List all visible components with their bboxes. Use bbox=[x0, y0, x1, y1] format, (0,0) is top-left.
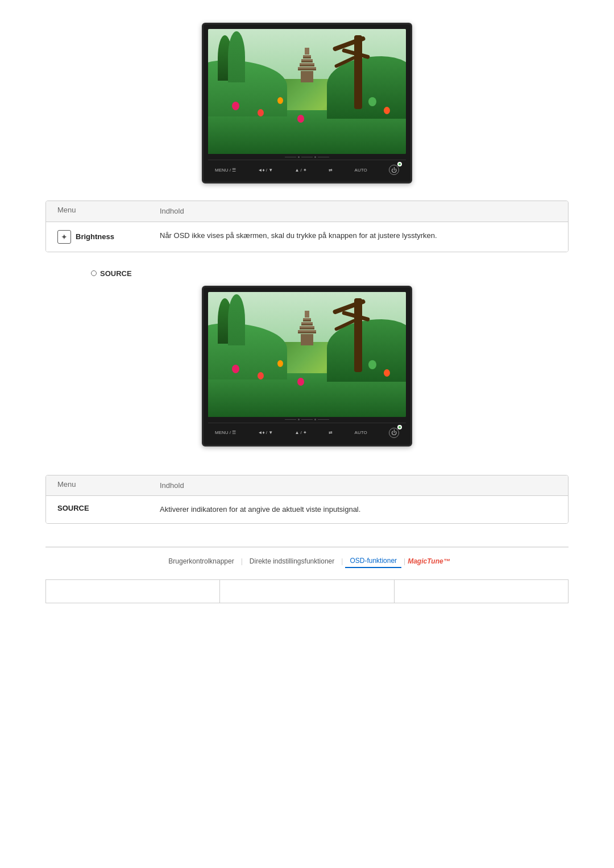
tab-direkte[interactable]: Direkte indstillingsfunktioner bbox=[245, 555, 339, 567]
header-menu-col: Menu bbox=[57, 206, 160, 217]
lantern-pink2 bbox=[297, 115, 304, 123]
lantern-pink-2 bbox=[232, 365, 239, 373]
ctrl-auto-label: AUTO bbox=[355, 168, 367, 173]
ctrl-swap-group: ⇄ bbox=[329, 168, 333, 173]
source-header-menu-col: Menu bbox=[57, 480, 160, 491]
main-tree-trunk bbox=[354, 35, 362, 109]
ind-line-2 bbox=[301, 157, 313, 157]
ctrl-swap-label: ⇄ bbox=[329, 168, 333, 173]
tree-left-bg2-2 bbox=[228, 294, 245, 345]
source-dot-icon bbox=[91, 270, 97, 276]
bottom-page-nav bbox=[45, 579, 569, 603]
source-section: SOURCE bbox=[45, 269, 569, 464]
tree-left-bg2 bbox=[228, 31, 245, 82]
nav-sep-1: | bbox=[241, 557, 243, 565]
monitor-1-indicator bbox=[208, 155, 406, 158]
pagoda2-tier-3 bbox=[301, 322, 313, 326]
lantern-red2 bbox=[384, 107, 390, 114]
ind-dot-2-2 bbox=[314, 419, 316, 420]
monitor-1-screen bbox=[208, 29, 406, 154]
main-tree-trunk-2 bbox=[354, 298, 362, 372]
source-label: SOURCE bbox=[91, 269, 569, 278]
ctrl-auto-label-2: AUTO bbox=[355, 430, 367, 435]
pagoda2-tier-2 bbox=[303, 318, 311, 322]
ind-dot-2 bbox=[314, 156, 316, 158]
power-button-2[interactable]: ⏻ bbox=[389, 428, 399, 438]
pagoda2-tier-4 bbox=[300, 326, 314, 329]
monitor-2-container: MENU / ☰ ◄♦ / ▼ ▲ / ✦ ⇄ AUTO ⏻ bbox=[45, 286, 569, 446]
pagoda-tier-3 bbox=[301, 59, 313, 62]
lantern-green-2 bbox=[368, 360, 376, 369]
monitor-2-screen bbox=[208, 292, 406, 417]
pagoda2-tier-5 bbox=[298, 330, 316, 333]
brightness-description: Når OSD ikke vises på skærmen, skal du t… bbox=[160, 230, 557, 241]
nav-sep-2: | bbox=[341, 557, 343, 565]
pagoda bbox=[298, 48, 316, 83]
power-button-1[interactable]: ⏻ bbox=[389, 165, 399, 175]
source-menu-col: SOURCE bbox=[57, 504, 160, 512]
monitor-1: MENU / ☰ ◄♦ / ▼ ▲ / ✦ ⇄ AUTO ⏻ bbox=[202, 23, 412, 183]
monitor-2-indicator bbox=[208, 418, 406, 422]
pagoda2-tier-6 bbox=[301, 334, 313, 345]
lantern-red bbox=[258, 109, 264, 116]
page-nav-prev[interactable] bbox=[46, 580, 220, 603]
tab-osd[interactable]: OSD-funktioner bbox=[345, 554, 401, 568]
ind-line-3-2 bbox=[318, 419, 329, 420]
source-table-header: Menu Indhold bbox=[46, 475, 568, 496]
source-label-text: SOURCE bbox=[100, 269, 132, 278]
pagoda-tier-4 bbox=[300, 63, 314, 66]
nav-tabs: Brugerkontrolknapper | Direkte indstilli… bbox=[45, 546, 569, 568]
ctrl-menu-label-2: MENU / ☰ bbox=[215, 430, 236, 435]
lantern-pink2-2 bbox=[297, 378, 304, 386]
ctrl-menu-group: MENU / ☰ bbox=[215, 168, 236, 173]
pagoda-tier-6 bbox=[301, 71, 313, 82]
lantern-red-2 bbox=[258, 372, 264, 379]
pagoda-tier-1 bbox=[305, 48, 309, 55]
ctrl-adjust-label-2: ◄♦ / ▼ bbox=[258, 430, 273, 435]
brightness-table-header: Menu Indhold bbox=[46, 201, 568, 222]
brightness-table-row: ✦ Brightness Når OSD ikke vises på skærm… bbox=[46, 222, 568, 252]
nav-brand: MagicTune™ bbox=[408, 557, 450, 565]
ctrl-adjust-group-2: ◄♦ / ▼ bbox=[258, 430, 273, 435]
monitor-2-controls: MENU / ☰ ◄♦ / ▼ ▲ / ✦ ⇄ AUTO ⏻ bbox=[208, 423, 406, 443]
brightness-label: Brightness bbox=[76, 232, 114, 241]
ctrl-adjust-label: ◄♦ / ▼ bbox=[258, 168, 273, 173]
ind-dot-1 bbox=[298, 156, 300, 158]
ctrl-swap-label-2: ⇄ bbox=[329, 430, 333, 435]
source-table: Menu Indhold SOURCE Aktiverer indikatore… bbox=[45, 475, 569, 524]
monitor-1-controls: MENU / ☰ ◄♦ / ▼ ▲ / ✦ ⇄ AUTO ⏻ bbox=[208, 160, 406, 180]
ind-line-1 bbox=[285, 157, 296, 157]
nav-sep-3: | bbox=[404, 557, 405, 565]
ind-line-1-2 bbox=[285, 419, 296, 420]
lantern-orange bbox=[277, 97, 283, 104]
brightness-icon: ✦ bbox=[57, 230, 71, 244]
power-led-1 bbox=[397, 162, 402, 166]
ctrl-auto-group-2: AUTO bbox=[355, 430, 367, 435]
ctrl-brightness-group: ▲ / ✦ bbox=[294, 168, 307, 173]
ctrl-auto-group: AUTO bbox=[355, 168, 367, 173]
page-wrapper: MENU / ☰ ◄♦ / ▼ ▲ / ✦ ⇄ AUTO ⏻ bbox=[0, 0, 614, 626]
page-nav-next[interactable] bbox=[395, 580, 568, 603]
pagoda2-tier-1 bbox=[305, 311, 309, 318]
monitor-2: MENU / ☰ ◄♦ / ▼ ▲ / ✦ ⇄ AUTO ⏻ bbox=[202, 286, 412, 446]
pagoda-2 bbox=[298, 311, 316, 346]
ctrl-menu-label: MENU / ☰ bbox=[215, 168, 236, 173]
lantern-orange-2 bbox=[277, 360, 283, 367]
tab-brugerkontrol[interactable]: Brugerkontrolknapper bbox=[164, 555, 238, 567]
source-menu-label: SOURCE bbox=[57, 504, 89, 512]
ind-line-2-2 bbox=[301, 419, 313, 420]
source-header-content-col: Indhold bbox=[160, 480, 557, 491]
ctrl-brightness-group-2: ▲ / ✦ bbox=[294, 430, 307, 435]
ctrl-swap-group-2: ⇄ bbox=[329, 430, 333, 435]
ctrl-brightness-label-2: ▲ / ✦ bbox=[294, 430, 307, 435]
brightness-table: Menu Indhold ✦ Brightness Når OSD ikke v… bbox=[45, 201, 569, 252]
brightness-menu-col: ✦ Brightness bbox=[57, 230, 160, 244]
page-nav-mid[interactable] bbox=[220, 580, 394, 603]
pagoda-tier-5 bbox=[298, 67, 316, 70]
ind-dot-1-2 bbox=[298, 419, 300, 420]
lantern-pink bbox=[232, 102, 239, 110]
pagoda-tier-2 bbox=[303, 55, 311, 59]
ctrl-brightness-label: ▲ / ✦ bbox=[294, 168, 307, 173]
ctrl-adjust-group: ◄♦ / ▼ bbox=[258, 168, 273, 173]
ind-line-3 bbox=[318, 157, 329, 157]
